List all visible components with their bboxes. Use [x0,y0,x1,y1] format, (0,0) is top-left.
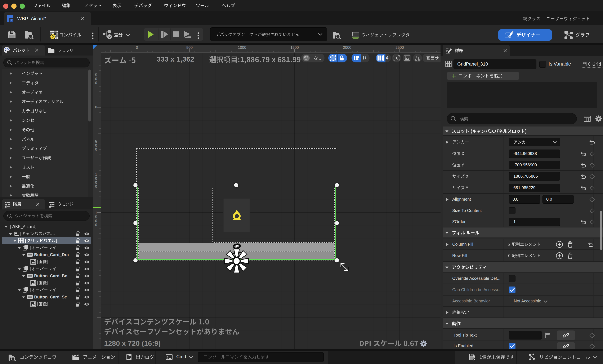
svg-text:?: ? [52,35,54,39]
